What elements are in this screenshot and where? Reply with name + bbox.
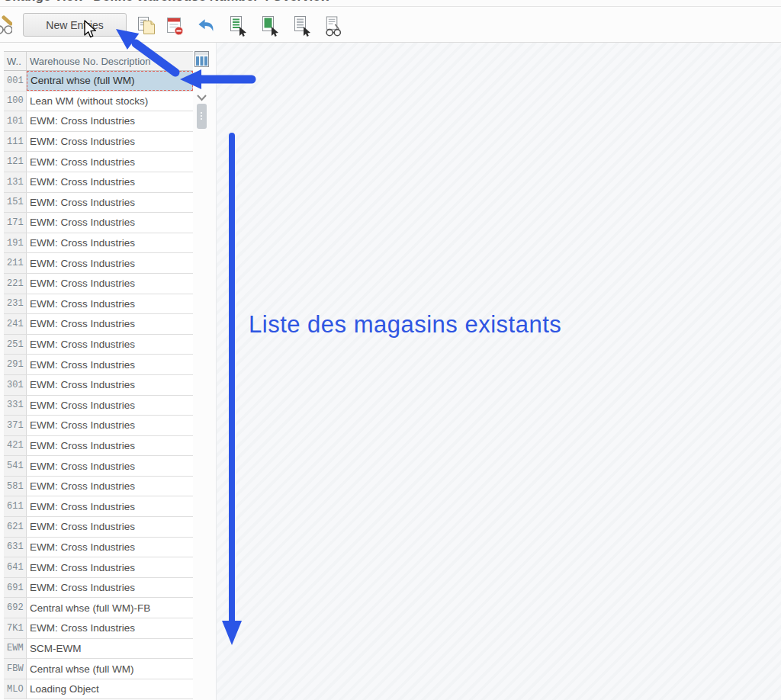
table-row[interactable]: 221 EWM: Cross Industries — [4, 274, 193, 294]
table-header-row: W.. Warehouse No. Description — [4, 51, 193, 71]
row-description: EWM: Cross Industries — [27, 314, 193, 334]
select-all-icon[interactable] — [228, 14, 248, 37]
row-description: EWM: Cross Industries — [27, 436, 193, 456]
row-description: EWM: Cross Industries — [27, 233, 193, 253]
row-warehouse-no: 211 — [4, 253, 27, 273]
row-warehouse-no: 151 — [4, 193, 27, 213]
table-row[interactable]: 581 EWM: Cross Industries — [4, 477, 193, 497]
row-warehouse-no: 191 — [4, 233, 27, 253]
table-row[interactable]: 331 EWM: Cross Industries — [4, 396, 193, 416]
annotation-text: Liste des magasins existants — [249, 311, 561, 339]
deselect-all-icon[interactable] — [292, 14, 312, 37]
row-warehouse-no: 241 — [4, 314, 27, 334]
warehouse-table: W.. Warehouse No. Description 001 Centra… — [4, 51, 193, 699]
table-row[interactable]: 151 EWM: Cross Industries — [4, 193, 193, 214]
table-row[interactable]: 171 EWM: Cross Industries — [4, 213, 193, 233]
row-description: EWM: Cross Industries — [27, 274, 193, 294]
row-warehouse-no: 581 — [4, 477, 27, 496]
page-title: Change View "Define Warehouse Number": O… — [3, 0, 330, 5]
table-row[interactable]: 641 EWM: Cross Industries — [4, 557, 193, 578]
table-row[interactable]: 621 EWM: Cross Industries — [4, 517, 193, 538]
row-description: EWM: Cross Industries — [27, 517, 193, 537]
row-description: EWM: Cross Industries — [27, 496, 193, 516]
row-description: EWM: Cross Industries — [27, 152, 193, 172]
table-row[interactable]: EWM SCM-EWM — [4, 639, 193, 660]
select-block-icon[interactable] — [260, 14, 280, 37]
table-row[interactable]: 371 EWM: Cross Industries — [4, 416, 193, 436]
row-description: Central whse (full WM) — [27, 71, 193, 91]
row-warehouse-no: 231 — [4, 294, 27, 314]
change-display-icon[interactable] — [0, 14, 12, 37]
row-warehouse-no: 371 — [4, 416, 27, 435]
table-row[interactable]: 241 EWM: Cross Industries — [4, 314, 193, 335]
table-row[interactable]: 001 Central whse (full WM) — [4, 71, 193, 92]
row-description: Loading Object — [27, 679, 193, 699]
copy-entries-icon[interactable] — [137, 14, 156, 37]
row-description: EWM: Cross Industries — [27, 111, 193, 131]
row-warehouse-no: 421 — [4, 436, 27, 456]
content-background — [216, 43, 781, 700]
row-description: EWM: Cross Industries — [27, 253, 193, 273]
table-row[interactable]: 131 EWM: Cross Industries — [4, 172, 193, 193]
new-entries-button[interactable]: New Entries — [23, 13, 127, 37]
table-row[interactable]: 692 Central whse (full WM)-FB — [4, 598, 193, 618]
undo-icon[interactable] — [197, 14, 217, 37]
delete-entry-icon[interactable] — [165, 14, 185, 37]
table-row[interactable]: 631 EWM: Cross Industries — [4, 538, 193, 558]
application-toolbar: New Entries — [0, 8, 781, 43]
table-row[interactable]: 111 EWM: Cross Industries — [4, 132, 193, 153]
row-warehouse-no: 691 — [4, 578, 27, 598]
row-warehouse-no: 221 — [4, 274, 27, 294]
row-warehouse-no: 7K1 — [4, 618, 27, 638]
row-description: EWM: Cross Industries — [27, 213, 193, 233]
display-fields-icon[interactable] — [323, 14, 343, 37]
row-warehouse-no: 001 — [4, 71, 27, 91]
row-description: EWM: Cross Industries — [27, 396, 193, 416]
table-scrollbar[interactable] — [194, 47, 209, 700]
row-warehouse-no: EWM — [4, 639, 27, 659]
row-warehouse-no: 111 — [4, 132, 27, 152]
table-row[interactable]: 121 EWM: Cross Industries — [4, 152, 193, 172]
table-row[interactable]: 541 EWM: Cross Industries — [4, 456, 193, 477]
row-warehouse-no: 101 — [4, 111, 27, 131]
row-description: Lean WM (without stocks) — [27, 92, 193, 111]
row-description: EWM: Cross Industries — [27, 416, 193, 435]
row-warehouse-no: FBW — [4, 659, 27, 679]
row-warehouse-no: 541 — [4, 456, 27, 476]
table-row[interactable]: FBW Central whse (full WM) — [4, 659, 193, 679]
row-description: EWM: Cross Industries — [27, 557, 193, 577]
column-header-warehouse-no[interactable]: W.. — [4, 52, 27, 70]
warehouse-table-body: 001 Central whse (full WM) 100 Lean WM (… — [4, 71, 193, 699]
table-row[interactable]: 7K1 EWM: Cross Industries — [4, 618, 193, 639]
row-warehouse-no: 131 — [4, 172, 27, 192]
row-warehouse-no: 331 — [4, 396, 27, 416]
table-row[interactable]: 691 EWM: Cross Industries — [4, 578, 193, 599]
scroll-up-icon[interactable] — [196, 72, 207, 86]
table-row[interactable]: 191 EWM: Cross Industries — [4, 233, 193, 254]
row-description: EWM: Cross Industries — [27, 193, 193, 213]
table-row[interactable]: 291 EWM: Cross Industries — [4, 355, 193, 375]
row-description: EWM: Cross Industries — [27, 538, 193, 557]
row-description: EWM: Cross Industries — [27, 335, 193, 355]
table-row[interactable]: 100 Lean WM (without stocks) — [4, 92, 193, 112]
row-description: EWM: Cross Industries — [27, 618, 193, 638]
row-warehouse-no: 631 — [4, 538, 27, 557]
table-row[interactable]: MLO Loading Object — [4, 679, 193, 700]
row-warehouse-no: 291 — [4, 355, 27, 374]
table-row[interactable]: 301 EWM: Cross Industries — [4, 375, 193, 396]
row-warehouse-no: 121 — [4, 152, 27, 172]
table-row[interactable]: 231 EWM: Cross Industries — [4, 294, 193, 315]
sap-window: Change View "Define Warehouse Number": O… — [0, 0, 781, 700]
row-warehouse-no: 301 — [4, 375, 27, 395]
table-row[interactable]: 101 EWM: Cross Industries — [4, 111, 193, 132]
table-row[interactable]: 421 EWM: Cross Industries — [4, 436, 193, 457]
table-row[interactable]: 611 EWM: Cross Industries — [4, 496, 193, 517]
row-warehouse-no: 641 — [4, 557, 27, 577]
table-settings-icon[interactable] — [194, 51, 209, 67]
column-header-description[interactable]: Warehouse No. Description — [27, 56, 193, 67]
table-row[interactable]: 211 EWM: Cross Industries — [4, 253, 193, 274]
row-warehouse-no: 100 — [4, 92, 27, 111]
scrollbar-thumb[interactable] — [197, 104, 207, 129]
table-row[interactable]: 251 EWM: Cross Industries — [4, 335, 193, 355]
row-description: SCM-EWM — [27, 639, 193, 659]
